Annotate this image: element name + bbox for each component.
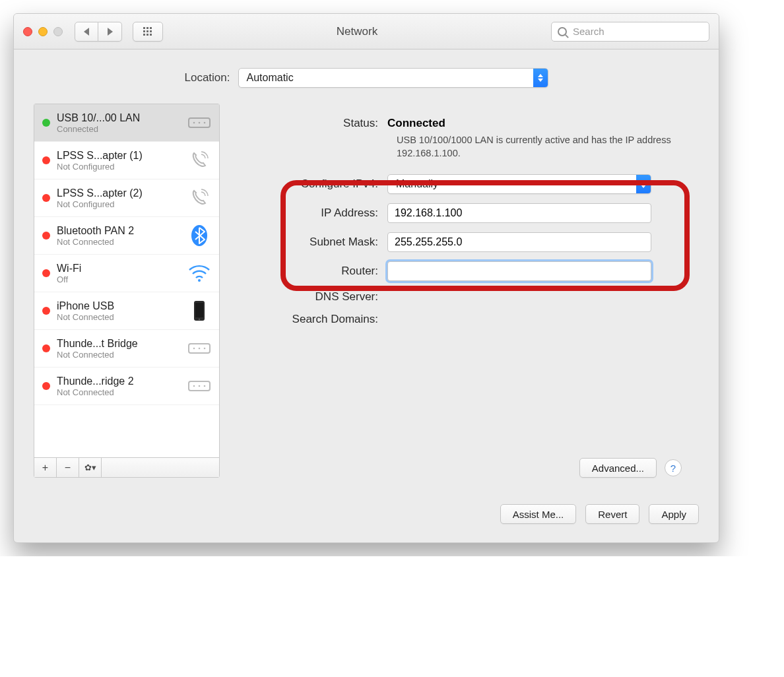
ethernet-icon (187, 111, 211, 135)
bluetooth-icon (187, 224, 211, 247)
ip-address-label: IP Address: (229, 207, 387, 220)
search-input[interactable] (551, 22, 709, 42)
dns-row: DNS Server: (229, 290, 690, 304)
status-value: Connected (387, 117, 690, 130)
status-description: USB 10/100/1000 LAN is currently active … (397, 134, 674, 160)
router-row: Router: (229, 261, 690, 281)
window-controls (23, 27, 63, 36)
service-status: Not Connected (57, 350, 181, 360)
service-item-iphone[interactable]: iPhone USB Not Connected (34, 292, 219, 330)
toolbar: Network (14, 14, 719, 49)
status-dot-icon (42, 344, 50, 352)
content-area: USB 10/...00 LAN Connected LPSS S...apte… (14, 104, 719, 491)
status-dot-icon (42, 119, 50, 127)
revert-button[interactable]: Revert (585, 504, 639, 524)
service-actions-button[interactable]: ✿▾ (79, 458, 102, 477)
service-name: Bluetooth PAN 2 (57, 225, 181, 237)
svg-point-3 (204, 122, 206, 124)
service-item-thunderbolt2[interactable]: Thunde...ridge 2 Not Connected (34, 368, 219, 405)
location-value: Automatic (247, 72, 294, 84)
service-item-usb-lan[interactable]: USB 10/...00 LAN Connected (34, 104, 219, 142)
help-button[interactable]: ? (665, 459, 682, 476)
assist-me-button[interactable]: Assist Me... (500, 504, 577, 524)
apply-button[interactable]: Apply (649, 504, 699, 524)
dns-label: DNS Server: (229, 290, 387, 304)
nav-group (75, 22, 122, 42)
chevron-left-icon (84, 28, 89, 36)
ip-address-row: IP Address: (229, 203, 690, 223)
configure-ipv4-popup[interactable]: Manually (387, 174, 651, 194)
search-domains-label: Search Domains: (229, 313, 387, 326)
configure-ipv4-value: Manually (396, 178, 438, 190)
status-dot-icon (42, 232, 50, 240)
service-name: Thunde...t Bridge (57, 338, 181, 350)
svg-rect-7 (195, 303, 203, 317)
svg-point-15 (199, 385, 201, 387)
phone-icon (187, 186, 211, 210)
back-button[interactable] (75, 22, 98, 42)
search-icon (558, 27, 567, 36)
service-status: Not Connected (57, 312, 181, 322)
help-icon: ? (670, 463, 676, 474)
svg-point-2 (199, 122, 201, 124)
service-list: USB 10/...00 LAN Connected LPSS S...apte… (34, 104, 219, 457)
subnet-mask-row: Subnet Mask: (229, 232, 690, 252)
service-item-lpss1[interactable]: LPSS S...apter (1) Not Configured (34, 142, 219, 179)
show-all-button[interactable] (133, 22, 163, 42)
configure-ipv4-row: Configure IPv4: Manually (229, 174, 690, 194)
subnet-mask-input[interactable] (387, 232, 651, 252)
service-status: Off (57, 274, 181, 284)
popup-stepper-icon (533, 69, 548, 87)
svg-point-12 (204, 348, 206, 350)
svg-point-11 (199, 348, 201, 350)
status-dot-icon (42, 382, 50, 390)
service-status: Not Configured (57, 162, 181, 172)
advanced-row: Advanced... ? (229, 458, 690, 478)
advanced-button[interactable]: Advanced... (579, 458, 657, 478)
svg-point-14 (193, 385, 195, 387)
status-dot-icon (42, 194, 50, 202)
remove-service-button[interactable]: − (57, 458, 79, 477)
router-input[interactable] (387, 261, 651, 281)
sidebar-footer: + − ✿▾ (34, 457, 219, 477)
close-window-button[interactable] (23, 27, 32, 36)
service-item-thunderbolt1[interactable]: Thunde...t Bridge Not Connected (34, 330, 219, 368)
add-service-button[interactable]: + (34, 458, 57, 477)
service-status: Connected (57, 124, 181, 134)
wifi-icon (187, 261, 211, 285)
window-title: Network (170, 25, 544, 38)
router-label: Router: (229, 265, 387, 278)
service-item-lpss2[interactable]: LPSS S...apter (2) Not Configured (34, 179, 219, 217)
location-row: Location: Automatic (14, 49, 719, 104)
service-status: Not Connected (57, 237, 181, 247)
svg-point-10 (193, 348, 195, 350)
status-row: Status: Connected (229, 117, 690, 130)
ip-address-input[interactable] (387, 203, 651, 223)
subnet-mask-label: Subnet Mask: (229, 236, 387, 249)
svg-point-16 (204, 385, 206, 387)
search-domains-row: Search Domains: (229, 313, 690, 326)
ethernet-icon (187, 374, 211, 398)
service-name: Thunde...ridge 2 (57, 375, 181, 387)
service-status: Not Connected (57, 387, 181, 397)
minimize-window-button[interactable] (38, 27, 48, 36)
service-item-bluetooth[interactable]: Bluetooth PAN 2 Not Connected (34, 217, 219, 255)
location-label: Location: (185, 71, 230, 84)
service-name: LPSS S...apter (2) (57, 187, 181, 199)
forward-button[interactable] (98, 22, 122, 42)
gear-icon: ✿▾ (84, 463, 96, 472)
svg-point-1 (193, 122, 195, 124)
status-label: Status: (229, 117, 387, 130)
chevron-right-icon (108, 28, 113, 36)
status-dot-icon (42, 156, 50, 164)
service-name: iPhone USB (57, 300, 181, 312)
status-dot-icon (42, 269, 50, 277)
toolbar-search (551, 22, 709, 42)
status-dot-icon (42, 307, 50, 315)
zoom-window-button[interactable] (53, 27, 63, 36)
bottom-bar: Assist Me... Revert Apply (14, 491, 719, 542)
network-preferences-window: Network Location: Automatic USB 10/...00… (13, 13, 719, 543)
service-item-wifi[interactable]: Wi-Fi Off (34, 255, 219, 292)
location-popup[interactable]: Automatic (238, 68, 548, 88)
detail-panel: Status: Connected USB 10/100/1000 LAN is… (229, 104, 699, 478)
